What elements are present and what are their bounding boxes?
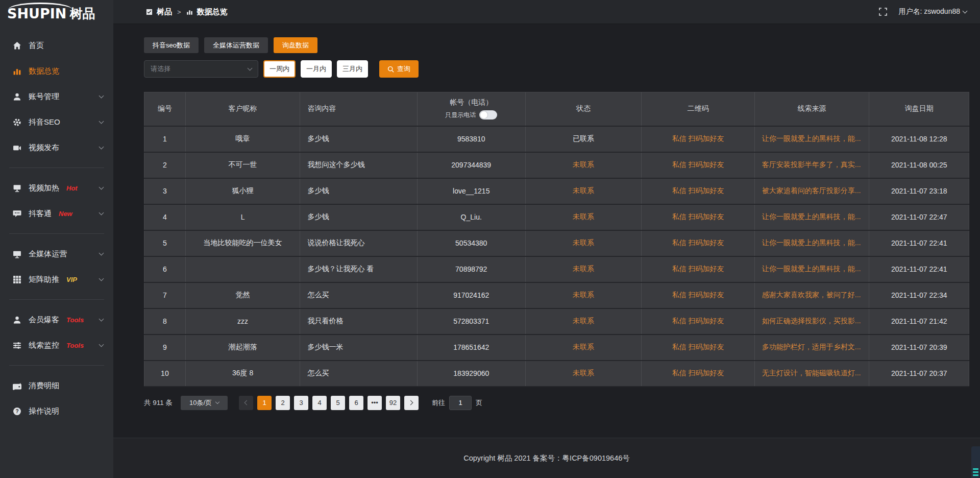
inquiry-table-wrap: 编号 客户昵称 咨询内容 帐号（电话） 只显示电话 状态: [144, 92, 969, 387]
sidebar-item-video-heat[interactable]: 视频加热 Hot: [0, 175, 113, 201]
phone-only-label: 只显示电话: [445, 111, 476, 119]
cell-source-link[interactable]: 让你一眼就爱上的黑科技，能...: [754, 204, 869, 230]
filter-select[interactable]: 请选择: [144, 60, 258, 78]
top-header: 树品 > 数据总览 用户名: zswodun88: [113, 0, 980, 24]
cell-source-link[interactable]: 客厅安装投影半年多了，真实...: [754, 152, 869, 178]
tab-douyin-seo-data[interactable]: 抖音seo数据: [144, 37, 199, 53]
sidebar-item-home[interactable]: 首页: [0, 33, 113, 58]
cell-account: 70898792: [417, 256, 525, 282]
tools-badge: Tools: [66, 316, 84, 324]
cell-content: 我想问这个多少钱: [300, 152, 417, 178]
table-row: 9 潮起潮落 多少钱一米 178651642 未联系 私信 扫码加好友 多功能护…: [144, 334, 969, 361]
page-ellipsis[interactable]: •••: [368, 396, 382, 410]
cell-qrcode-links[interactable]: 私信 扫码加好友: [642, 282, 754, 308]
chevron-down-icon: [99, 251, 104, 256]
cell-qrcode-links[interactable]: 私信 扫码加好友: [642, 152, 754, 178]
cell-qrcode-links[interactable]: 私信 扫码加好友: [642, 361, 754, 387]
next-page-button[interactable]: [404, 396, 419, 410]
sidebar-item-instructions[interactable]: ? 操作说明: [0, 398, 113, 424]
cell-status: 未联系: [525, 361, 642, 387]
breadcrumb-separator: >: [177, 8, 181, 16]
cell-qrcode-links[interactable]: 私信 扫码加好友: [642, 204, 754, 230]
cell-status: 未联系: [525, 256, 642, 282]
cell-qrcode-links[interactable]: 私信 扫码加好友: [642, 334, 754, 361]
sidebar-item-member-burst[interactable]: 会员爆客 Tools: [0, 307, 113, 332]
cell-qrcode-links[interactable]: 私信 扫码加好友: [642, 308, 754, 334]
page-button-2[interactable]: 2: [276, 396, 290, 410]
cell-id: 2: [144, 152, 186, 178]
page-button-5[interactable]: 5: [331, 396, 345, 410]
cell-source-link[interactable]: 让你一眼就爱上的黑科技，能...: [754, 256, 869, 282]
content-area: 抖音seo数据 全媒体运营数据 询盘数据 请选择 一周内 一月内 三月内 查询: [113, 24, 980, 478]
app-logo[interactable]: SHUPIN 树品: [0, 0, 113, 27]
cell-account: 183929060: [417, 361, 525, 387]
sidebar-item-video-publish[interactable]: 视频发布: [0, 135, 113, 160]
cell-nickname: [185, 256, 300, 282]
sidebar-divider: [9, 233, 104, 234]
sidebar-item-lead-monitor[interactable]: 线索监控 Tools: [0, 332, 113, 358]
cell-source-link[interactable]: 无主灯设计，智能磁吸轨道灯...: [754, 361, 869, 387]
breadcrumb-root[interactable]: 树品: [157, 7, 172, 17]
cell-qrcode-links[interactable]: 私信 扫码加好友: [642, 230, 754, 256]
tab-omnimedia-data[interactable]: 全媒体运营数据: [204, 37, 268, 53]
cell-content: 多少钱: [300, 204, 417, 230]
user-menu[interactable]: 用户名: zswodun88: [898, 7, 967, 16]
goto-label: 前往: [432, 398, 445, 408]
vip-badge: VIP: [66, 276, 77, 283]
sidebar-menu: 首页 数据总览 账号管理 抖音SEO: [0, 27, 113, 424]
sidebar-item-account-management[interactable]: 账号管理: [0, 84, 113, 109]
cell-qrcode-links[interactable]: 私信 扫码加好友: [642, 178, 754, 204]
cell-id: 6: [144, 256, 186, 282]
page-button-1[interactable]: 1: [257, 396, 272, 410]
tab-inquiry-data[interactable]: 询盘数据: [274, 37, 317, 53]
cell-date: 2021-11-07 20:37: [869, 361, 969, 387]
username-label: 用户名: zswodun88: [898, 7, 960, 16]
page-button-4[interactable]: 4: [312, 396, 327, 410]
sidebar-item-label: 消费明细: [29, 381, 59, 391]
corner-widget[interactable]: [971, 446, 980, 478]
cell-source-link[interactable]: 感谢大家喜欢我家，被问了好...: [754, 282, 869, 308]
page-button-6[interactable]: 6: [349, 396, 363, 410]
cell-source-link[interactable]: 让你一眼就爱上的黑科技，能...: [754, 230, 869, 256]
cell-source-link[interactable]: 被大家追着问的客厅投影分享...: [754, 178, 869, 204]
chevron-down-icon: [963, 8, 968, 13]
sidebar-item-label: 账号管理: [29, 92, 59, 102]
wallet-icon: [12, 381, 21, 390]
prev-page-button[interactable]: [239, 396, 253, 410]
cell-status: 未联系: [525, 178, 642, 204]
period-quarter-button[interactable]: 三月内: [337, 60, 368, 78]
cell-qrcode-links[interactable]: 私信 扫码加好友: [642, 126, 754, 152]
page-button-last[interactable]: 92: [386, 396, 400, 410]
cell-source-link[interactable]: 如何正确选择投影仪，买投影...: [754, 308, 869, 334]
goto-page-group: 前往 页: [432, 396, 482, 410]
goto-page-input[interactable]: [449, 396, 472, 410]
cell-status: 未联系: [525, 230, 642, 256]
page-size-select[interactable]: 10条/页: [181, 396, 228, 410]
cell-source-link[interactable]: 让你一眼就爱上的黑科技，能...: [754, 126, 869, 152]
page-button-3[interactable]: 3: [294, 396, 308, 410]
table-row: 8 zzz 我只看价格 572803371 未联系 私信 扫码加好友 如何正确选…: [144, 308, 969, 334]
sidebar-item-doukestong[interactable]: 抖客通 New: [0, 201, 113, 226]
sidebar-item-label: 首页: [29, 41, 44, 51]
sidebar-item-consumption-detail[interactable]: 消费明细: [0, 373, 113, 398]
period-week-button[interactable]: 一周内: [263, 60, 296, 78]
breadcrumb-current: 数据总览: [197, 7, 228, 17]
sidebar-item-matrix-boost[interactable]: 矩阵助推 VIP: [0, 267, 113, 292]
cell-account: love__1215: [417, 178, 525, 204]
cell-nickname: 狐小狸: [185, 178, 300, 204]
query-button[interactable]: 查询: [379, 60, 419, 78]
cell-qrcode-links[interactable]: 私信 扫码加好友: [642, 256, 754, 282]
cell-status: 未联系: [525, 204, 642, 230]
sidebar-item-data-overview[interactable]: 数据总览: [0, 58, 113, 84]
svg-text:?: ?: [15, 409, 18, 414]
fullscreen-icon[interactable]: [879, 8, 887, 16]
sidebar-item-omnimedia[interactable]: 全媒体运营: [0, 241, 113, 267]
gear-icon: [12, 117, 21, 127]
phone-only-toggle[interactable]: [479, 110, 497, 119]
cell-source-link[interactable]: 多功能护栏灯，适用于乡村文...: [754, 334, 869, 361]
cell-date: 2021-11-08 12:28: [869, 126, 969, 152]
question-circle-icon: ?: [12, 407, 21, 416]
cell-date: 2021-11-07 23:18: [869, 178, 969, 204]
period-month-button[interactable]: 一月内: [301, 60, 332, 78]
sidebar-item-douyin-seo[interactable]: 抖音SEO: [0, 109, 113, 135]
